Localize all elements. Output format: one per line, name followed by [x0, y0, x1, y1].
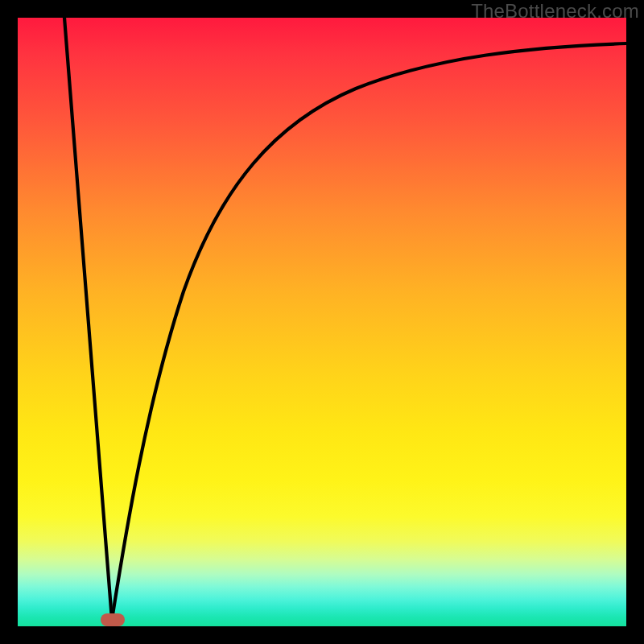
- curve-right-branch: [112, 43, 626, 620]
- watermark-text: TheBottleneck.com: [471, 0, 639, 23]
- chart-frame: TheBottleneck.com: [0, 0, 644, 644]
- curve-left-branch: [64, 18, 112, 620]
- bottleneck-curve: [18, 18, 626, 626]
- min-marker: [101, 613, 125, 626]
